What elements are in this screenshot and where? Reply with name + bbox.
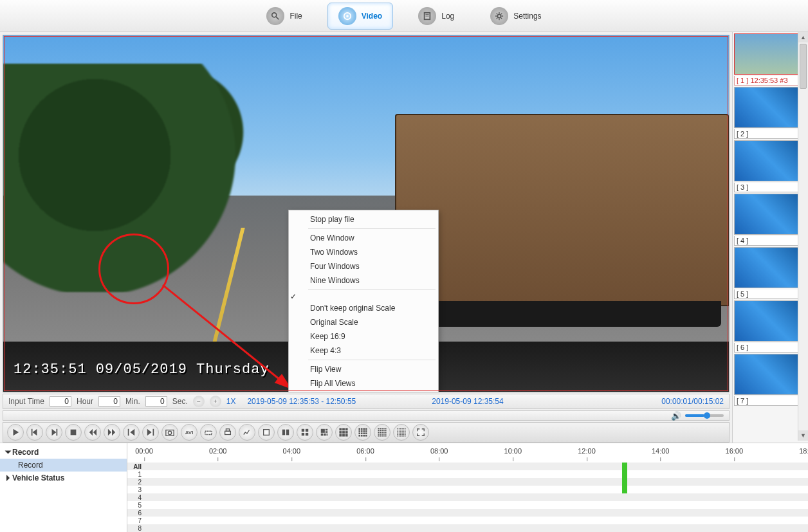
menu-original-scale[interactable]: Original Scale xyxy=(290,315,437,329)
next-frame-button[interactable] xyxy=(142,424,159,441)
svg-rect-42 xyxy=(361,428,363,430)
svg-rect-100 xyxy=(397,432,398,433)
svg-rect-20 xyxy=(282,430,285,436)
tab-log[interactable]: Log xyxy=(407,3,465,30)
svg-rect-95 xyxy=(399,431,399,432)
single-view-button[interactable] xyxy=(258,424,275,441)
scroll-down-button[interactable]: ▼ xyxy=(798,430,808,441)
svg-rect-101 xyxy=(399,432,399,433)
fullscreen-button[interactable] xyxy=(412,424,429,441)
menu-nine-windows[interactable]: Nine Windows xyxy=(290,273,437,288)
svg-rect-109 xyxy=(401,434,402,435)
timeline-panel[interactable]: 00:0002:0004:0006:0008:0010:0012:0014:00… xyxy=(127,443,808,532)
play-button[interactable] xyxy=(7,424,24,441)
rate-up-button[interactable]: + xyxy=(210,396,221,407)
menu-keep-4-3[interactable]: Keep 4:3 xyxy=(290,344,437,358)
timeline-row[interactable]: 6 xyxy=(127,509,808,517)
minute-input[interactable] xyxy=(98,396,120,407)
playback-current-time: 2019-05-09 12:35:54 xyxy=(432,397,503,406)
svg-rect-98 xyxy=(403,431,404,432)
svg-rect-116 xyxy=(403,436,404,436)
menu-keep-16-9[interactable]: Keep 16:9 xyxy=(290,329,437,344)
svg-rect-92 xyxy=(403,430,404,430)
tree-record-child[interactable]: Record xyxy=(0,459,127,472)
timeline-row[interactable]: 1 xyxy=(127,470,808,478)
second-input[interactable] xyxy=(145,396,167,407)
cut-button[interactable] xyxy=(200,424,217,441)
menu-four-windows[interactable]: Four Windows xyxy=(290,259,437,273)
channel-thumbnail[interactable] xyxy=(734,354,807,395)
menu-flip-view[interactable]: Flip View xyxy=(290,362,437,376)
menu-one-window[interactable]: One Window xyxy=(290,231,437,245)
thumbnail-caption: [ 2 ] xyxy=(734,129,807,139)
svg-rect-19 xyxy=(264,430,270,436)
svg-rect-86 xyxy=(403,428,404,428)
video-viewport[interactable]: 12:35:51 09/05/2019 Thursday Stop play f… xyxy=(3,35,730,392)
menu-two-windows[interactable]: Two Windows xyxy=(290,245,437,259)
timeline-row-label: 8 xyxy=(127,525,144,532)
snapshot-button[interactable] xyxy=(161,424,178,441)
stop-button[interactable] xyxy=(65,424,82,441)
timeline-tick: 00:00 xyxy=(135,447,153,455)
four-view-button[interactable] xyxy=(297,424,313,441)
avi-export-button[interactable]: AVI xyxy=(181,424,197,441)
channel-thumbnail[interactable] xyxy=(734,33,807,75)
menu-flip-all-views[interactable]: Flip All Views xyxy=(290,376,437,390)
channel-thumbnail[interactable] xyxy=(734,194,807,235)
svg-rect-51 xyxy=(363,432,365,434)
channel-thumbnail[interactable] xyxy=(734,87,807,128)
prev-frame-button[interactable] xyxy=(123,424,140,441)
timeline-row[interactable]: 5 xyxy=(127,501,808,509)
grid-b-button[interactable] xyxy=(354,424,371,441)
timeline-row[interactable]: 3 xyxy=(127,486,808,493)
timeline-row[interactable]: 2 xyxy=(127,478,808,486)
channel-thumbnail[interactable] xyxy=(734,140,807,181)
svg-rect-89 xyxy=(399,430,399,430)
svg-rect-82 xyxy=(397,428,398,428)
fast-fwd-button[interactable] xyxy=(104,424,120,441)
scrollbar-thumb[interactable] xyxy=(800,44,807,89)
nine-view-button[interactable] xyxy=(316,424,333,441)
scroll-up-button[interactable]: ▲ xyxy=(798,32,808,42)
thumbnail-scrollbar[interactable]: ▲ ▼ xyxy=(798,32,808,441)
svg-rect-91 xyxy=(401,430,402,430)
chart-button[interactable] xyxy=(239,424,255,441)
grid-a-button[interactable] xyxy=(335,424,352,441)
svg-rect-73 xyxy=(380,434,381,435)
tree-vehicle-status[interactable]: Vehicle Status xyxy=(0,472,127,484)
svg-rect-85 xyxy=(401,428,402,428)
timeline-row[interactable]: 4 xyxy=(127,493,808,501)
tab-settings[interactable]: Settings xyxy=(479,3,552,30)
svg-rect-55 xyxy=(363,435,365,437)
playback-range: 2019-05-09 12:35:53 - 12:50:55 xyxy=(247,397,356,406)
tab-file[interactable]: File xyxy=(255,3,313,30)
rate-down-button[interactable]: – xyxy=(193,396,205,407)
grid-c-button[interactable] xyxy=(374,424,390,441)
timeline-row[interactable]: 8 xyxy=(127,524,808,532)
step-fwd-button[interactable] xyxy=(46,424,62,441)
speaker-icon[interactable]: 🔊 xyxy=(671,411,681,421)
svg-rect-81 xyxy=(385,436,387,437)
svg-rect-38 xyxy=(339,434,342,437)
svg-rect-110 xyxy=(403,434,404,435)
svg-rect-29 xyxy=(321,434,324,436)
menu-dont-keep-scale[interactable]: Don't keep original Scale xyxy=(290,301,437,315)
menu-stop-play-file[interactable]: Stop play file xyxy=(290,212,437,226)
two-view-button[interactable] xyxy=(277,424,294,441)
svg-rect-31 xyxy=(327,434,328,436)
grid-d-button[interactable] xyxy=(393,424,410,441)
svg-rect-114 xyxy=(400,436,401,436)
print-button[interactable] xyxy=(219,424,236,441)
tree-record[interactable]: Record xyxy=(0,446,127,459)
timeline-row[interactable]: 7 xyxy=(127,517,808,524)
svg-rect-72 xyxy=(378,434,379,435)
timeline-row[interactable]: All xyxy=(127,463,808,470)
channel-thumbnail[interactable] xyxy=(734,300,807,342)
rewind-button[interactable] xyxy=(84,424,101,441)
tab-video[interactable]: Video xyxy=(327,3,393,30)
step-back-button[interactable] xyxy=(26,424,43,441)
channel-thumbnail[interactable] xyxy=(734,247,807,288)
hour-input[interactable] xyxy=(50,396,71,407)
svg-rect-57 xyxy=(378,428,379,429)
volume-slider[interactable] xyxy=(685,414,724,417)
